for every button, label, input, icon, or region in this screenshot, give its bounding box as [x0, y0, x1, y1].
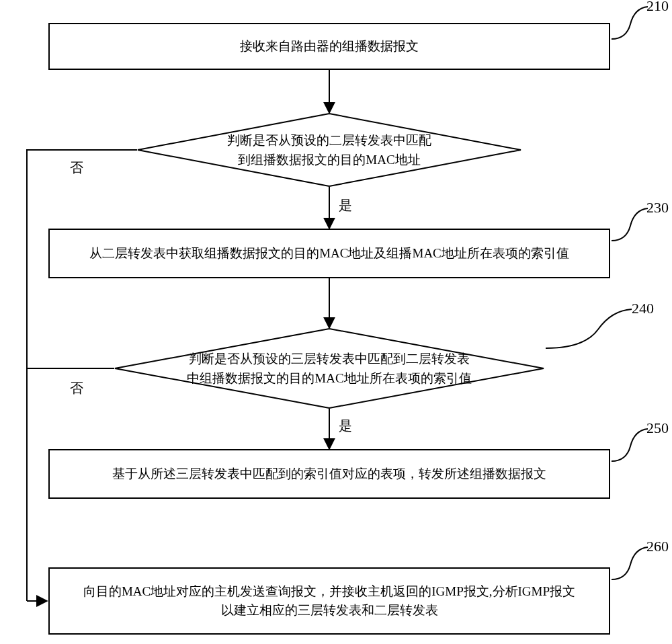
label-240-yes: 是 [339, 417, 352, 435]
step-230-number: 230 [646, 199, 669, 216]
step-260-number: 260 [646, 538, 669, 555]
step-240-callout: 240 [544, 303, 652, 350]
label-220-yes: 是 [339, 196, 352, 214]
step-230-text: 从二层转发表中获取组播数据报文的目的MAC地址及组播MAC地址所在表项的索引值 [89, 244, 569, 264]
flowchart-canvas: 接收来自路由器的组播数据报文 210 判断是否从预设的二层转发表中匹配到组播数据… [0, 0, 672, 644]
step-220-decision: 判断是否从预设的二层转发表中匹配到组播数据报文的目的MAC地址 [137, 113, 521, 187]
step-210-text: 接收来自路由器的组播数据报文 [240, 37, 419, 56]
step-250-callout: 250 [610, 422, 664, 462]
label-220-no: 否 [70, 159, 83, 177]
step-230-box: 从二层转发表中获取组播数据报文的目的MAC地址及组播MAC地址所在表项的索引值 [48, 229, 610, 278]
step-210-number: 210 [646, 0, 669, 15]
step-250-box: 基于从所述三层转发表中匹配到的索引值对应的表项，转发所述组播数据报文 [48, 449, 610, 499]
label-240-no: 否 [70, 379, 83, 397]
step-240-number: 240 [632, 300, 654, 317]
step-260-callout: 260 [610, 540, 664, 581]
step-260-box: 向目的MAC地址对应的主机发送查询报文，并接收主机返回的IGMP报文,分析IGM… [48, 567, 610, 635]
step-210-box: 接收来自路由器的组播数据报文 [48, 23, 610, 70]
step-250-number: 250 [646, 419, 669, 437]
step-260-text: 向目的MAC地址对应的主机发送查询报文，并接收主机返回的IGMP报文,分析IGM… [83, 582, 575, 620]
step-240-text: 判断是否从预设的三层转发表中匹配到二层转发表中组播数据报文的目的MAC地址所在表… [136, 350, 523, 388]
step-250-text: 基于从所述三层转发表中匹配到的索引值对应的表项，转发所述组播数据报文 [112, 465, 546, 484]
step-210-callout: 210 [610, 0, 664, 40]
step-240-decision: 判断是否从预设的三层转发表中匹配到二层转发表中组播数据报文的目的MAC地址所在表… [114, 328, 544, 409]
step-230-callout: 230 [610, 202, 664, 242]
step-220-text: 判断是否从预设的二层转发表中匹配到组播数据报文的目的MAC地址 [157, 131, 503, 169]
